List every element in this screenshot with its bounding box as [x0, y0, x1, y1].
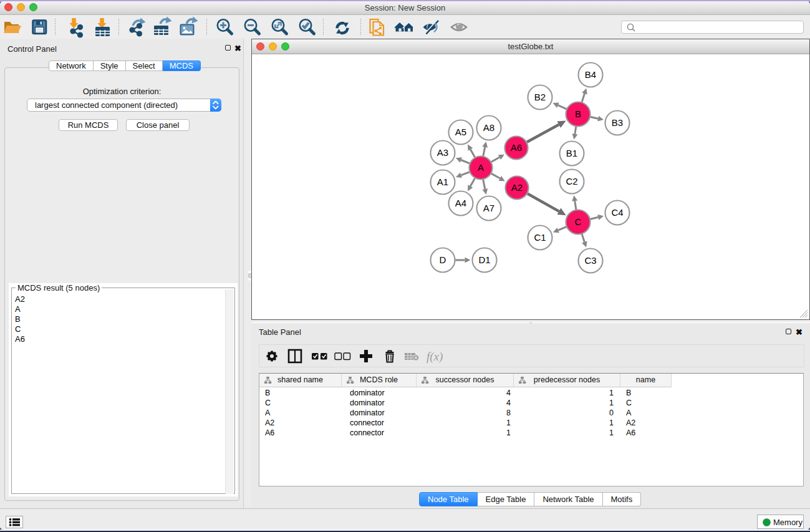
svg-text:A: A [478, 162, 484, 173]
svg-text:A7: A7 [483, 203, 494, 213]
svg-text:A8: A8 [483, 122, 494, 133]
svg-text:A4: A4 [455, 198, 466, 208]
svg-text:A6: A6 [511, 142, 522, 153]
svg-text:A5: A5 [455, 127, 466, 137]
svg-text:D1: D1 [478, 254, 490, 265]
svg-text:C2: C2 [566, 176, 577, 186]
svg-text:C1: C1 [534, 232, 546, 243]
svg-text:B: B [575, 109, 581, 119]
svg-text:B2: B2 [534, 92, 546, 102]
svg-text:A1: A1 [437, 177, 448, 187]
svg-text:f(x): f(x) [427, 350, 443, 364]
svg-text:A3: A3 [437, 147, 448, 158]
svg-text:C3: C3 [584, 255, 596, 266]
svg-text:B3: B3 [612, 117, 623, 128]
svg-text:B4: B4 [585, 69, 596, 80]
svg-text:B1: B1 [566, 148, 577, 158]
svg-text:C: C [575, 216, 582, 227]
svg-text:C4: C4 [611, 207, 623, 218]
svg-text:A2: A2 [511, 182, 523, 193]
svg-text:D: D [440, 254, 446, 265]
